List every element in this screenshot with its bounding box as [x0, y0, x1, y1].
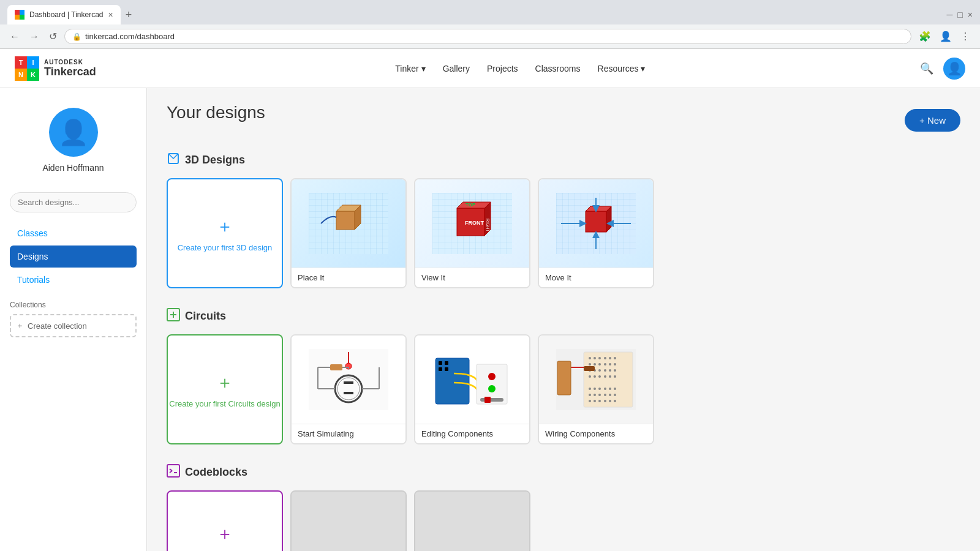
- svg-rect-0: [15, 10, 20, 15]
- svg-text:FRONT: FRONT: [465, 220, 484, 226]
- svg-point-98: [609, 400, 611, 402]
- create-collection-plus-icon: ＋: [16, 320, 24, 331]
- svg-point-75: [614, 363, 616, 365]
- svg-rect-54: [480, 398, 503, 402]
- cb-tutorial-1-card[interactable]: [290, 490, 407, 551]
- collections-section: Collections ＋ Create collection: [10, 301, 137, 337]
- cards-codeblocks: ＋ Create your first Codeblocks design: [167, 490, 960, 551]
- forward-button[interactable]: →: [27, 29, 42, 45]
- create-circuits-card[interactable]: ＋ Create your first Circuits design: [167, 334, 283, 444]
- browser-tab[interactable]: Dashboard | Tinkercad ×: [7, 5, 121, 24]
- main-layout: 👤 Aiden Hoffmann Classes Designs Tutoria…: [0, 88, 980, 551]
- minimize-btn[interactable]: ─: [946, 10, 952, 20]
- start-simulating-card[interactable]: Start Simulating: [290, 334, 407, 444]
- avatar-person-icon: 👤: [58, 118, 89, 147]
- svg-point-76: [604, 369, 606, 372]
- close-tab-button[interactable]: ×: [108, 10, 113, 20]
- svg-point-84: [598, 388, 601, 390]
- tab-title: Dashboard | Tinkercad: [29, 10, 104, 19]
- view-it-thumbnail: FRONT TOP RIGHT: [415, 179, 529, 268]
- nav-resources[interactable]: Resources ▾: [598, 64, 646, 73]
- svg-point-53: [488, 385, 496, 392]
- toolbar-actions: 🧩 👤 ⋮: [916, 28, 973, 45]
- cb-tutorial-2-card[interactable]: [414, 490, 530, 551]
- place-it-label: Place It: [292, 268, 405, 287]
- svg-point-95: [609, 394, 611, 396]
- svg-point-73: [604, 363, 606, 365]
- svg-point-91: [604, 388, 606, 390]
- logo-tinkercad: Tinkercad: [44, 66, 96, 78]
- cards-circuits: ＋ Create your first Circuits design: [167, 334, 960, 444]
- sidebar-item-designs[interactable]: Designs: [10, 246, 137, 268]
- avatar-icon: 👤: [947, 61, 962, 76]
- svg-point-59: [594, 357, 596, 359]
- svg-point-67: [589, 375, 591, 378]
- svg-point-93: [614, 388, 616, 390]
- sidebar-nav: Classes Designs Tutorials: [10, 222, 137, 291]
- svg-point-96: [614, 394, 616, 396]
- wiring-components-thumbnail: [539, 335, 653, 424]
- back-button[interactable]: ←: [7, 29, 22, 45]
- svg-point-99: [614, 400, 616, 402]
- close-btn[interactable]: ×: [968, 10, 973, 20]
- svg-point-80: [609, 375, 611, 378]
- menu-icon[interactable]: ⋮: [958, 28, 973, 45]
- editing-components-thumbnail: [415, 335, 529, 424]
- svg-rect-46: [435, 358, 469, 404]
- cb-tutorial-1-thumbnail: [292, 492, 405, 551]
- svg-point-97: [604, 400, 606, 402]
- refresh-button[interactable]: ↺: [47, 28, 59, 45]
- svg-point-63: [598, 363, 601, 365]
- svg-point-77: [609, 369, 611, 372]
- browser-tab-bar: Dashboard | Tinkercad × + ─ □ ×: [0, 0, 980, 24]
- svg-point-92: [609, 388, 611, 390]
- svg-point-62: [594, 363, 596, 365]
- svg-line-105: [170, 471, 172, 473]
- svg-point-79: [604, 375, 606, 378]
- page-title: Your designs: [167, 103, 265, 122]
- logo-i: I: [27, 56, 39, 69]
- create-codeblocks-card[interactable]: ＋ Create your first Codeblocks design: [167, 490, 283, 551]
- app-header: T I N K AUTODESK Tinkercad Tinker ▾ Gall…: [0, 49, 980, 88]
- svg-point-58: [589, 357, 591, 359]
- address-bar[interactable]: 🔒 tinkercad.com/dashboard: [64, 29, 911, 44]
- lock-icon: 🔒: [72, 32, 81, 41]
- section-codeblocks-title: Codeblocks: [185, 466, 247, 479]
- create-collection-button[interactable]: ＋ Create collection: [10, 314, 137, 337]
- user-avatar-button[interactable]: 👤: [943, 58, 965, 80]
- move-it-label: Move It: [539, 268, 653, 287]
- profile-icon[interactable]: 👤: [937, 28, 954, 45]
- section-circuits-title: Circuits: [185, 310, 226, 323]
- search-button[interactable]: 🔍: [920, 62, 933, 75]
- move-it-card[interactable]: Move It: [538, 178, 654, 288]
- svg-point-88: [589, 400, 591, 402]
- svg-rect-100: [584, 366, 595, 371]
- nav-gallery[interactable]: Gallery: [443, 64, 470, 73]
- nav-classrooms[interactable]: Classrooms: [535, 64, 581, 73]
- editing-components-card[interactable]: Editing Components: [414, 334, 530, 444]
- start-simulating-thumbnail: [292, 335, 405, 424]
- place-it-card[interactable]: Place It: [290, 178, 407, 288]
- maximize-btn[interactable]: □: [957, 10, 962, 20]
- create-3d-card[interactable]: ＋ Create your first 3D design: [167, 178, 283, 288]
- view-it-card[interactable]: FRONT TOP RIGHT View It: [414, 178, 530, 288]
- start-simulating-label: Start Simulating: [292, 424, 405, 443]
- nav-tinker[interactable]: Tinker ▾: [395, 64, 425, 73]
- svg-point-85: [589, 394, 591, 396]
- wiring-components-card[interactable]: Wiring Components: [538, 334, 654, 444]
- new-tab-button[interactable]: +: [121, 6, 137, 24]
- sidebar-item-tutorials[interactable]: Tutorials: [10, 269, 137, 291]
- new-design-button[interactable]: + New: [905, 109, 960, 132]
- svg-rect-102: [557, 361, 571, 395]
- section-circuits: Circuits ＋ Create your first Circuits de…: [167, 308, 960, 444]
- nav-projects[interactable]: Projects: [487, 64, 518, 73]
- search-designs-input[interactable]: [10, 192, 137, 212]
- create-circuits-plus-icon: ＋: [216, 371, 233, 394]
- browser-toolbar: ← → ↺ 🔒 tinkercad.com/dashboard 🧩 👤 ⋮: [0, 24, 980, 49]
- svg-rect-48: [445, 361, 448, 365]
- sidebar: 👤 Aiden Hoffmann Classes Designs Tutoria…: [0, 88, 147, 551]
- extensions-icon[interactable]: 🧩: [916, 28, 933, 45]
- section-3d: 3D Designs ＋ Create your first 3D design: [167, 152, 960, 288]
- svg-rect-103: [167, 465, 179, 477]
- sidebar-item-classes[interactable]: Classes: [10, 222, 137, 244]
